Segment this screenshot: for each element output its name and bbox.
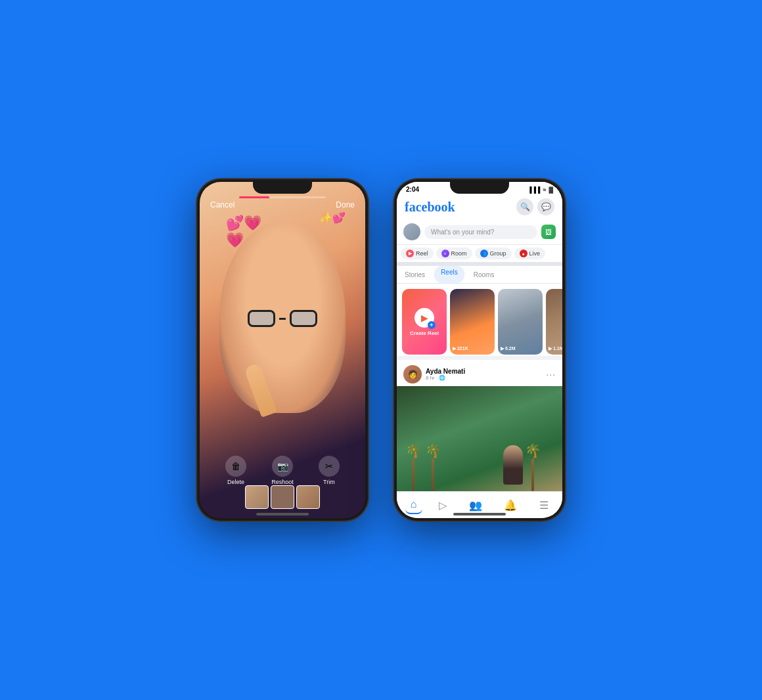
photo-add-icon[interactable]: 🖼 <box>541 225 556 239</box>
reel-count-2: ▶ 6.2M <box>501 346 516 351</box>
home-bar-right[interactable] <box>453 513 506 515</box>
left-phone: 💕💗💗 ✨💕 Cancel Done 🗑 Delete <box>197 179 368 521</box>
reel-hearts-right: ✨💕 <box>319 211 346 224</box>
play-icon-3: ▶ <box>549 346 553 351</box>
reel-editor-screen: 💕💗💗 ✨💕 Cancel Done 🗑 Delete <box>200 182 365 518</box>
palm-trunk-1 <box>412 458 415 491</box>
nav-video[interactable]: ▷ <box>434 496 452 514</box>
messenger-icon: 💬 <box>541 202 551 211</box>
reel-count-1: ▶ 221K <box>453 346 468 351</box>
post-image: 🌴 🌴 🌴 <box>397 386 562 491</box>
create-reel-icon: ▶ + <box>415 308 434 328</box>
reshoot-label: Reshoot <box>271 479 294 485</box>
reel-thumb-2[interactable] <box>271 485 294 509</box>
right-phone-notch <box>457 182 503 194</box>
post-more-button[interactable]: ··· <box>546 369 556 380</box>
post-user-name: Ayda Nemati <box>426 368 465 375</box>
messenger-button[interactable]: 💬 <box>537 198 554 215</box>
reel-thumbnails <box>245 485 320 509</box>
glasses-right-lens <box>290 310 317 327</box>
reel-thumb-3[interactable] <box>296 485 320 509</box>
cancel-button[interactable]: Cancel <box>210 200 235 209</box>
post-user-avatar: 🧑 <box>403 365 422 383</box>
delete-icon: 🗑 <box>225 456 246 477</box>
palm-crown-3: 🌴 <box>523 443 543 458</box>
search-button[interactable]: 🔍 <box>516 198 533 215</box>
glasses-bridge <box>279 318 286 320</box>
reshoot-action[interactable]: 📷 Reshoot <box>271 456 294 485</box>
post-meta: 8 hr · 🌐 <box>426 375 465 381</box>
create-reel-plus-icon: + <box>428 321 436 329</box>
wifi-icon: ≈ <box>543 186 546 193</box>
palm-tree-1: 🌴 <box>403 443 423 491</box>
palm-tree-2: 🌴 <box>423 443 443 491</box>
create-reel-card[interactable]: ▶ + Create Reel <box>402 289 447 355</box>
trim-label: Trim <box>323 479 335 485</box>
reshoot-icon: 📷 <box>272 456 293 477</box>
live-chip[interactable]: ● Live <box>514 248 546 259</box>
reel-progress-bar <box>239 196 326 198</box>
facebook-logo: facebook <box>405 200 455 215</box>
reel-thumb-1[interactable] <box>245 485 269 509</box>
status-time: 2:04 <box>406 186 419 193</box>
delete-label: Delete <box>227 479 244 485</box>
group-dot: 👥 <box>480 250 488 257</box>
group-chip[interactable]: 👥 Group <box>475 248 512 259</box>
nav-notifications[interactable]: 🔔 <box>499 496 522 514</box>
post-user-info: Ayda Nemati 8 hr · 🌐 <box>426 368 465 381</box>
nav-menu[interactable]: ☰ <box>534 496 554 514</box>
home-bar-left[interactable] <box>256 513 309 515</box>
reel-hearts-decoration: 💕💗💗 <box>226 215 261 249</box>
reels-row: ▶ + Create Reel ▶ 221K <box>397 284 562 356</box>
palm-tree-3: 🌴 <box>523 443 543 491</box>
done-button[interactable]: Done <box>336 200 355 209</box>
action-bar: ▶ Reel + Room 👥 Group ● Live <box>397 245 562 266</box>
room-dot: + <box>441 250 449 257</box>
search-icon: 🔍 <box>520 202 530 211</box>
menu-icon: ☰ <box>539 499 549 512</box>
right-phone-screen: 2:04 ▐▐▐ ≈ ▓ facebook 🔍 💬 <box>397 182 562 518</box>
reel-video-3[interactable]: ▶ 1.1M <box>546 289 562 355</box>
reel-video-1[interactable]: ▶ 221K <box>450 289 495 355</box>
group-chip-label: Group <box>490 250 506 257</box>
tab-rooms[interactable]: Rooms <box>472 266 496 283</box>
nav-people[interactable]: 👥 <box>464 496 487 514</box>
reel-progress-fill <box>239 196 269 198</box>
reel-video-1-bg <box>450 289 495 355</box>
signal-icon: ▐▐▐ <box>527 186 540 193</box>
nav-home[interactable]: ⌂ <box>405 496 422 514</box>
play-icon-1: ▶ <box>453 346 457 351</box>
palm-trunk-2 <box>432 458 434 491</box>
bell-icon: 🔔 <box>504 499 517 512</box>
post-input[interactable]: What's on your mind? <box>424 225 537 239</box>
reel-video-2-bg <box>498 289 543 355</box>
post-header: 🧑 Ayda Nemati 8 hr · 🌐 ··· <box>397 360 562 386</box>
status-icons: ▐▐▐ ≈ ▓ <box>527 186 553 193</box>
delete-action[interactable]: 🗑 Delete <box>225 456 246 485</box>
create-reel-label: Create Reel <box>410 330 439 336</box>
post-person <box>503 445 523 485</box>
people-icon: 👥 <box>469 499 482 512</box>
trim-icon: ✂ <box>319 456 340 477</box>
reel-video-2[interactable]: ▶ 6.2M <box>498 289 543 355</box>
reel-chip[interactable]: ▶ Reel <box>401 248 434 259</box>
battery-icon: ▓ <box>549 186 553 193</box>
palm-crown-1: 🌴 <box>403 443 423 458</box>
content-tabs: Stories Reels Rooms <box>397 266 562 284</box>
reel-count-3: ▶ 1.1M <box>549 346 562 351</box>
video-icon: ▷ <box>439 499 447 512</box>
left-phone-notch <box>259 182 305 194</box>
live-chip-label: Live <box>529 250 541 257</box>
tab-reels[interactable]: Reels <box>434 266 464 283</box>
post-user: 🧑 Ayda Nemati 8 hr · 🌐 <box>403 365 465 383</box>
trim-action[interactable]: ✂ Trim <box>319 456 340 485</box>
left-phone-screen: 💕💗💗 ✨💕 Cancel Done 🗑 Delete <box>200 182 365 518</box>
live-dot: ● <box>520 250 527 257</box>
reel-dot: ▶ <box>406 250 414 257</box>
user-avatar-small <box>403 223 420 240</box>
tab-stories[interactable]: Stories <box>403 266 426 283</box>
glasses-left-lens <box>248 310 275 327</box>
room-chip[interactable]: + Room <box>436 248 472 259</box>
facebook-header: facebook 🔍 💬 <box>397 194 562 219</box>
phones-container: 💕💗💗 ✨💕 Cancel Done 🗑 Delete <box>197 179 565 521</box>
